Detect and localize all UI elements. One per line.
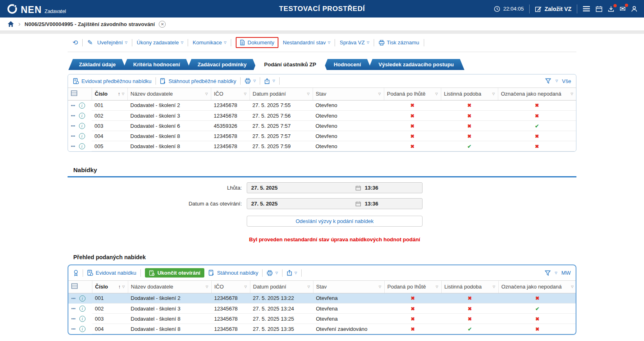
tab[interactable]: Zadávací podmínky [187,59,257,70]
tab[interactable]: Podání účastníků ZP [254,59,327,70]
column-header[interactable]: Název dodavatele▽ [128,281,211,293]
filter-view-dropdown-icon[interactable]: ▽ [555,271,557,275]
filter-dropdown-icon[interactable]: ▽ [307,92,309,96]
row-menu-icon[interactable]: ••• [71,124,75,128]
filter-dropdown-icon[interactable]: ▽ [571,285,574,289]
row-menu-icon[interactable]: ••• [71,327,76,331]
row-menu-icon[interactable]: ••• [71,134,75,138]
tab[interactable]: Hodnocení [323,59,372,70]
info-icon[interactable]: i [79,326,85,332]
filter-dropdown-icon[interactable]: ▽ [571,92,573,96]
otevirani-date-value[interactable]: 27. 5. 2025 [247,201,355,207]
evidovat-nabidku-button[interactable]: Evidovat nabídku [87,270,136,276]
filter-dropdown-icon[interactable]: ▽ [307,285,310,289]
profile-button[interactable] [631,6,637,12]
column-header[interactable]: Stav▽ [313,88,384,100]
tab[interactable]: Kritéria hodnocení [123,59,191,70]
print-record-button[interactable]: Tisk záznamu [379,39,419,46]
table-row[interactable]: •••i002Dodavatel - školení 31234567827. … [68,111,576,121]
history-icon[interactable]: ⟲ [72,39,78,46]
column-header[interactable]: Označena jako nepodaná▽ [498,281,576,293]
menu-nestandardni-stav[interactable]: Nestandardní stav ▽ [283,39,331,46]
row-menu-icon[interactable]: ••• [71,114,75,118]
send-invitation-button[interactable]: Odeslání výzvy k podání nabídek [247,216,423,227]
row-menu-icon[interactable]: ••• [71,306,76,311]
table-row[interactable]: •••i005Dodavatel - školení 81234567827. … [68,141,576,151]
filter-dropdown-icon[interactable]: ▽ [244,92,246,96]
tab[interactable]: Výsledek zadávacího postupu [368,59,464,70]
info-icon[interactable]: i [79,103,85,109]
evidovat-predbeznou-button[interactable]: Evidovat předběžnou nabídku [73,78,151,84]
info-icon[interactable]: i [79,295,85,302]
lhuta-date-value[interactable]: 27. 5. 2025 [247,185,355,191]
table-row[interactable]: •••i004Dodavatel - školení 81234567827. … [68,131,576,141]
info-icon[interactable]: i [79,133,85,139]
menu-sprava-vz[interactable]: Správa VZ ▽ [340,39,369,46]
filter-dropdown-icon[interactable]: ▽ [122,92,124,96]
filter-view-label[interactable]: MW [561,270,571,276]
create-vz-button[interactable]: Založit VZ [535,6,572,12]
table-row[interactable]: •••i003Dodavatel - školení 81234567827. … [68,314,576,324]
calendar-icon[interactable] [355,185,361,191]
column-header[interactable]: IČO▽ [211,88,250,100]
menu-ukony-zadavatele[interactable]: Úkony zadavatele ▽ [137,39,184,46]
filter-funnel-button[interactable] [545,270,551,276]
filter-dropdown-icon[interactable]: ▽ [378,92,381,96]
table-row[interactable]: •••i004Dodavatel - školení 81234567827. … [68,324,576,334]
main-menu-button[interactable] [583,6,590,12]
column-header[interactable]: Označena jako nepodaná▽ [498,88,576,100]
print-table-button[interactable]: ▽ [267,270,278,276]
menu-komunikace[interactable]: Komunikace ▽ [193,39,226,46]
column-settings-icon[interactable] [71,283,78,289]
info-icon[interactable]: i [79,113,85,119]
column-settings-header[interactable] [68,88,92,100]
table-row[interactable]: •••i003Dodavatel - školení 64535932627. … [68,121,576,131]
otevirani-time-value[interactable]: 13:36 [361,201,422,207]
info-icon[interactable]: i [79,123,85,129]
column-header[interactable]: Datum podání▽ [250,88,313,100]
nen-logo[interactable]: NEN Zadavatel [7,3,66,15]
home-button[interactable] [7,21,14,27]
edit-icon[interactable]: ✎ [87,39,92,46]
calendar-icon[interactable] [355,201,361,207]
column-settings-header[interactable] [68,281,92,293]
ukoncit-otevirani-button[interactable]: Ukončit otevírání [145,268,204,278]
export-table-button[interactable]: ▽ [264,78,275,84]
filter-dropdown-icon[interactable]: ▽ [206,285,208,289]
column-header[interactable]: Listinná podoba▽ [441,88,498,100]
row-menu-icon[interactable]: ••• [71,317,76,321]
column-header[interactable]: Číslo↑▽ [92,88,127,100]
award-button[interactable] [73,270,79,276]
filter-dropdown-icon[interactable]: ▽ [435,92,438,96]
calendar-button[interactable] [596,6,602,12]
stahnout-nabidky-button[interactable]: Stáhnout nabídky [208,270,258,276]
downloads-button[interactable] [608,6,614,12]
filter-dropdown-icon[interactable]: ▽ [122,285,125,289]
table-row[interactable]: •••i002Dodavatel - školení 31234567827. … [68,304,576,314]
messages-button[interactable]: ✉ [620,5,626,13]
column-header[interactable]: IČO▽ [211,281,250,293]
filter-dropdown-icon[interactable]: ▽ [493,285,495,289]
filter-dropdown-icon[interactable]: ▽ [244,285,247,289]
column-header[interactable]: Datum podání▽ [250,281,313,293]
lhuta-field[interactable]: 27. 5. 2025 13:36 [247,182,423,193]
close-record-icon[interactable]: ✕ [159,21,166,28]
table-row[interactable]: •••i001Dodavatel - školení 21234567827. … [68,100,576,111]
filter-view-label[interactable]: Vše [562,78,571,84]
filter-view-dropdown-icon[interactable]: ▽ [555,79,558,83]
filter-dropdown-icon[interactable]: ▽ [436,285,438,289]
column-header[interactable]: Číslo↑▽ [92,281,128,293]
column-header[interactable]: Listinná podoba▽ [441,281,498,293]
info-icon[interactable]: i [79,143,85,149]
filter-dropdown-icon[interactable]: ▽ [492,92,495,96]
filter-funnel-button[interactable] [545,78,551,84]
row-menu-icon[interactable]: ••• [71,296,76,301]
column-header[interactable]: Název dodavatele▽ [127,88,211,100]
row-menu-icon[interactable]: ••• [71,144,75,149]
print-table-button[interactable]: ▽ [245,78,256,84]
tab[interactable]: Základní údaje [68,59,126,70]
menu-uverejneni[interactable]: Uveřejnění ▽ [97,39,127,46]
otevirani-field[interactable]: 27. 5. 2025 13:36 [247,198,423,209]
column-header[interactable]: Podaná po lhůtě▽ [384,88,441,100]
lhuta-time-value[interactable]: 13:36 [361,185,422,191]
